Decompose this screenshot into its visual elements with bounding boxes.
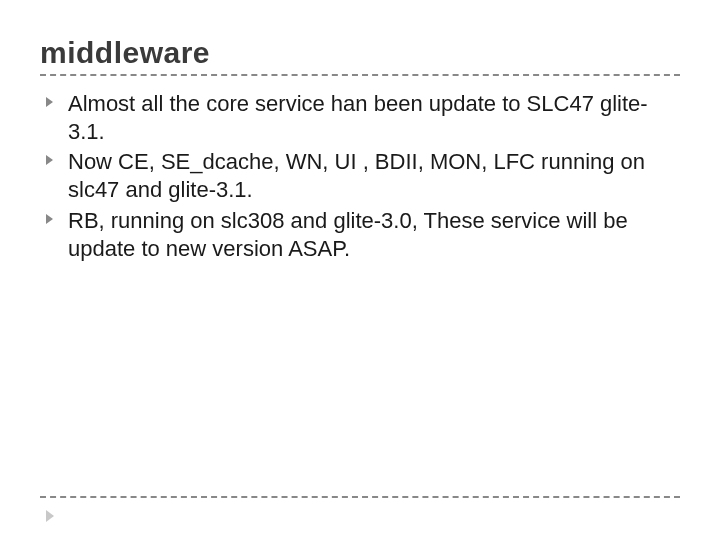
title-divider xyxy=(40,74,680,76)
bullet-icon xyxy=(46,214,53,224)
bullet-text: RB, running on slc308 and glite-3.0, The… xyxy=(68,208,628,261)
slide-container: middleware Almost all the core service h… xyxy=(0,0,720,540)
list-item: RB, running on slc308 and glite-3.0, The… xyxy=(46,207,680,263)
list-item: Almost all the core service han been upd… xyxy=(46,90,680,146)
slide-title: middleware xyxy=(40,36,680,70)
bullet-list: Almost all the core service han been upd… xyxy=(40,90,680,263)
bullet-text: Almost all the core service han been upd… xyxy=(68,91,648,144)
list-item: Now CE, SE_dcache, WN, UI , BDII, MON, L… xyxy=(46,148,680,204)
footer-divider xyxy=(40,496,680,498)
bullet-icon xyxy=(46,155,53,165)
bullet-icon xyxy=(46,97,53,107)
footer-bullet-icon xyxy=(46,510,54,522)
bullet-text: Now CE, SE_dcache, WN, UI , BDII, MON, L… xyxy=(68,149,645,202)
